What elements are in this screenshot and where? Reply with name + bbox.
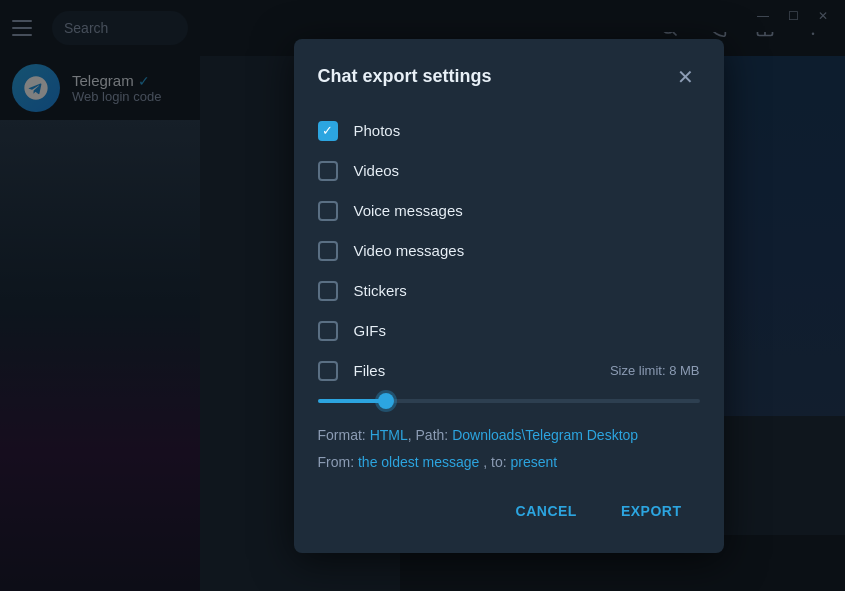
dialog-close-button[interactable]: ✕: [672, 63, 700, 91]
stickers-checkbox[interactable]: [318, 281, 338, 301]
video-messages-checkbox-row[interactable]: Video messages: [318, 231, 700, 271]
from-value[interactable]: the oldest message: [358, 454, 479, 470]
videos-label: Videos: [354, 162, 700, 179]
to-label: , to:: [483, 454, 506, 470]
format-label: Format:: [318, 427, 366, 443]
format-path-row: Format: HTML, Path: Downloads\Telegram D…: [318, 425, 700, 446]
path-label: Path:: [416, 427, 449, 443]
path-value[interactable]: Downloads\Telegram Desktop: [452, 427, 638, 443]
photos-label: Photos: [354, 122, 700, 139]
video-messages-label: Video messages: [354, 242, 700, 259]
dialog-title: Chat export settings: [318, 66, 492, 87]
export-button[interactable]: EXPORT: [603, 493, 700, 529]
slider-track[interactable]: [318, 399, 700, 403]
dialog-header: Chat export settings ✕: [318, 63, 700, 91]
chat-export-dialog: Chat export settings ✕ ✓ Photos Videos V…: [294, 39, 724, 553]
photos-checkbox-row[interactable]: ✓ Photos: [318, 111, 700, 151]
checkboxes-container: ✓ Photos Videos Voice messages Video mes…: [318, 111, 700, 391]
voice-messages-checkbox-row[interactable]: Voice messages: [318, 191, 700, 231]
files-checkbox[interactable]: [318, 361, 338, 381]
dialog-actions: CANCEL EXPORT: [318, 493, 700, 529]
files-checkbox-row[interactable]: Files Size limit: 8 MB: [318, 351, 700, 391]
voice-messages-checkbox[interactable]: [318, 201, 338, 221]
from-label: From:: [318, 454, 355, 470]
stickers-label: Stickers: [354, 282, 700, 299]
to-value[interactable]: present: [511, 454, 558, 470]
stickers-checkbox-row[interactable]: Stickers: [318, 271, 700, 311]
size-limit-label: Size limit: 8 MB: [610, 363, 700, 378]
videos-checkbox[interactable]: [318, 161, 338, 181]
video-messages-checkbox[interactable]: [318, 241, 338, 261]
from-to-row: From: the oldest message , to: present: [318, 452, 700, 473]
photos-checkbox[interactable]: ✓: [318, 121, 338, 141]
size-slider-row: [318, 391, 700, 419]
cancel-button[interactable]: CANCEL: [498, 493, 595, 529]
format-value[interactable]: HTML: [370, 427, 408, 443]
videos-checkbox-row[interactable]: Videos: [318, 151, 700, 191]
voice-messages-label: Voice messages: [354, 202, 700, 219]
slider-thumb[interactable]: [378, 393, 394, 409]
files-label: Files: [354, 362, 594, 379]
gifs-checkbox[interactable]: [318, 321, 338, 341]
check-mark: ✓: [322, 124, 333, 137]
gifs-checkbox-row[interactable]: GIFs: [318, 311, 700, 351]
gifs-label: GIFs: [354, 322, 700, 339]
slider-fill: [318, 399, 387, 403]
